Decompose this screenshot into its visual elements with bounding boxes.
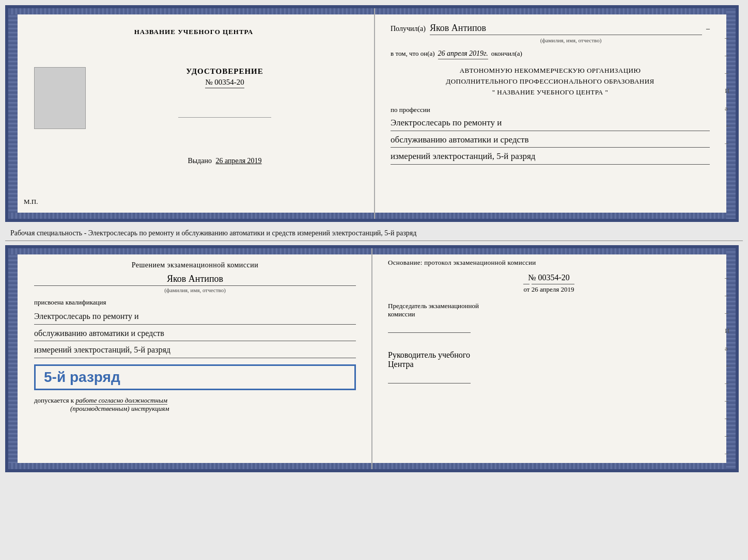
profession-line3-top: измерений электростанций, 5-й разряд [391,150,710,165]
poluchil-label: Получил(а) [391,25,426,33]
org-line1: АВТОНОМНУЮ НЕКОММЕРЧЕСКУЮ ОРГАНИЗАЦИЮ [391,66,710,76]
recipient-line: Получил(а) Яков Антипов – [391,23,710,35]
instruktsii-text: (производственным) инструкциям [70,405,356,413]
rukovoditel-label: Руководитель учебного [388,350,710,360]
rank-badge: 5-й разряд [34,364,356,390]
prisvoena-label: присвоена квалификация [34,298,356,307]
org-block: АВТОНОМНУЮ НЕКОММЕРЧЕСКУЮ ОРГАНИЗАЦИЮ ДО… [391,66,710,98]
cert-left-content: УДОСТОВЕРЕНИЕ № 00354-20 Выдано 26 апрел… [34,62,353,165]
between-text: Рабочая специальность - Электрослесарь п… [5,226,743,241]
rukovoditel-label2: Центра [388,360,710,369]
fio-bottom: Яков Антипов [34,274,356,286]
right-marks-top: – – – И а ← – [725,34,731,148]
osnovanie-label: Основание: протокол экзаменационной коми… [388,259,710,267]
udostoverenie-label: УДОСТОВЕРЕНИЕ [186,67,263,76]
top-cert-left-page: НАЗВАНИЕ УЧЕБНОГО ЦЕНТРА УДОСТОВЕРЕНИЕ №… [8,8,375,219]
profession-bottom-2: обслуживанию автоматики и средств [34,327,356,342]
org-line3: " НАЗВАНИЕ УЧЕБНОГО ЦЕНТРА " [391,87,710,98]
resheniem-label: Решением экзаменационной комиссии [34,261,356,269]
fio-subtext-top: (фамилия, имя, отчество) [391,37,710,43]
vydano-line: Выдано 26 апреля 2019 [188,136,261,165]
ot-date: 26 апреля 2019 [532,284,574,293]
profession-bottom-3: измерений электростанций, 5-й разряд [34,343,356,358]
page-wrapper: НАЗВАНИЕ УЧЕБНОГО ЦЕНТРА УДОСТОВЕРЕНИЕ №… [5,5,743,472]
mp-label: М.П. [24,198,38,206]
top-cert-book: НАЗВАНИЕ УЧЕБНОГО ЦЕНТРА УДОСТОВЕРЕНИЕ №… [5,5,739,222]
ot-date-block: от 26 апреля 2019 [388,285,710,294]
dash-after-name: – [706,25,710,33]
profession-line2-top: обслуживанию автоматики и средств [391,133,710,148]
vtom-label: в том, что он(а) [391,50,435,58]
bottom-cert-book: Решением экзаменационной комиссии Яков А… [5,245,739,472]
vydano-date: 26 апреля 2019 [215,157,261,165]
right-marks-bottom: – – – И а ← – – – – – [725,274,731,458]
predsedatel-label: Председатель экзаменационной [388,302,710,310]
org-name-top: НАЗВАНИЕ УЧЕБНОГО ЦЕНТРА [134,28,254,36]
predsedatel-label2: комиссии [388,310,710,318]
cert-center-text: УДОСТОВЕРЕНИЕ № 00354-20 Выдано 26 апрел… [96,62,353,165]
vtom-line: в том, что он(а) 26 апреля 2019г. окончи… [391,50,710,59]
predsedatel-block: Председатель экзаменационной комиссии [388,302,710,335]
vydano-label: Выдано [188,157,212,165]
recipient-name: Яков Антипов [430,23,702,35]
cert-photo [34,67,86,129]
fio-sub-bottom: (фамилия, имя, отчество) [34,287,356,293]
rank-badge-text: 5-й разряд [44,369,120,385]
dopuskaetsya-text: работе согласно должностным [75,396,167,405]
vtom-date: 26 апреля 2019г. [438,50,488,59]
org-line2: ДОПОЛНИТЕЛЬНОГО ПРОФЕССИОНАЛЬНОГО ОБРАЗО… [391,76,710,87]
profession-bottom-1: Электрослесарь по ремонту и [34,310,356,325]
rukovoditel-block: Руководитель учебного Центра [388,350,710,386]
okonchil-label: окончил(а) [491,50,522,58]
bottom-cert-left-page: Решением экзаменационной комиссии Яков А… [8,248,372,469]
dopuskaetsya-label: допускается к [34,396,74,404]
cert-number: № 00354-20 [205,78,244,88]
ot-label: от [523,284,529,293]
profession-line1-top: Электрослесарь по ремонту и [391,116,710,131]
rukovoditel-signature [388,373,471,383]
top-cert-right-page: Получил(а) Яков Антипов – (фамилия, имя,… [375,8,736,219]
bottom-cert-right-page: Основание: протокол экзаменационной коми… [372,248,736,469]
protocol-number: № 00354-20 [388,273,710,282]
predsedatel-signature [388,323,471,333]
dopuskaetsya-line: допускается к работе согласно должностны… [34,396,356,405]
po-professii: по профессии [391,106,710,114]
